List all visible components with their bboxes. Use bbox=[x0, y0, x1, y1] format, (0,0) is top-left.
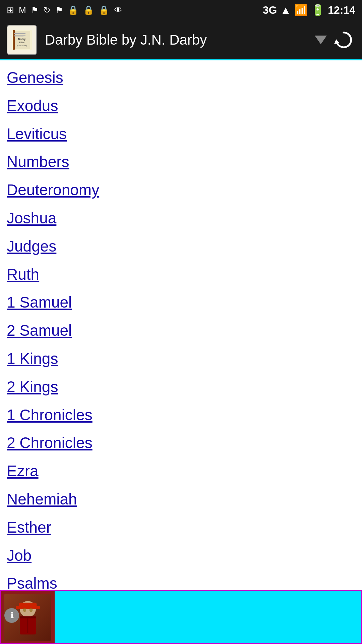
book-link-1-chronicles[interactable]: 1 Chronicles bbox=[7, 401, 355, 429]
eye-icon: 👁 bbox=[114, 5, 123, 15]
svg-text:Darby: Darby bbox=[18, 38, 26, 41]
book-link-1-kings[interactable]: 1 Kings bbox=[7, 345, 355, 373]
status-left-icons: ⊞ M ⚑ ↻ ⚑ 🔒 🔒 🔒 👁 bbox=[7, 5, 123, 15]
book-link-2-kings[interactable]: 2 Kings bbox=[7, 373, 355, 401]
book-link-ruth[interactable]: Ruth bbox=[7, 261, 355, 289]
book-link-exodus[interactable]: Exodus bbox=[7, 92, 355, 120]
book-link-ezra[interactable]: Ezra bbox=[7, 457, 355, 485]
book-list: GenesisExodusLeviticusNumbersDeuteronomy… bbox=[0, 60, 362, 644]
svg-rect-2 bbox=[13, 30, 15, 50]
flag2-icon: ⚑ bbox=[55, 5, 63, 15]
app-title: Darby Bible by J.N. Darby bbox=[45, 32, 315, 48]
flag-icon: ⚑ bbox=[31, 5, 39, 15]
svg-text:Bible: Bible bbox=[19, 41, 24, 44]
svg-rect-13 bbox=[16, 606, 40, 609]
book-link-genesis[interactable]: Genesis bbox=[7, 64, 355, 92]
battery-icon: 🔋 bbox=[311, 4, 324, 16]
signal-icon: ▲ bbox=[280, 4, 291, 16]
wifi-icon: 📶 bbox=[294, 4, 308, 16]
app-bar: Darby Bible by J.N. Darby Darby Bible by… bbox=[0, 20, 362, 60]
book-link-job[interactable]: Job bbox=[7, 542, 355, 570]
tab-icon: ⊞ bbox=[7, 5, 14, 15]
svg-rect-16 bbox=[20, 616, 36, 619]
gmail-icon: M bbox=[19, 5, 26, 15]
svg-text:by J.N. Darby: by J.N. Darby bbox=[17, 45, 27, 47]
refresh-button[interactable] bbox=[332, 28, 355, 52]
book-link-2-chronicles[interactable]: 2 Chronicles bbox=[7, 429, 355, 457]
ad-content bbox=[55, 614, 361, 621]
info-button[interactable]: ℹ bbox=[4, 608, 19, 623]
app-icon: Darby Bible by J.N. Darby bbox=[7, 25, 37, 55]
lock2-icon: 🔒 bbox=[83, 5, 94, 15]
book-link-2-samuel[interactable]: 2 Samuel bbox=[7, 317, 355, 345]
book-link-deuteronomy[interactable]: Deuteronomy bbox=[7, 176, 355, 204]
ad-banner[interactable]: ℹ bbox=[0, 590, 362, 644]
book-link-1-samuel[interactable]: 1 Samuel bbox=[7, 288, 355, 317]
svg-point-15 bbox=[29, 608, 33, 612]
book-link-esther[interactable]: Esther bbox=[7, 514, 355, 542]
svg-rect-7 bbox=[14, 35, 25, 36]
lock1-icon: 🔒 bbox=[68, 5, 78, 15]
book-link-numbers[interactable]: Numbers bbox=[7, 148, 355, 176]
book-link-leviticus[interactable]: Leviticus bbox=[7, 120, 355, 148]
svg-point-14 bbox=[23, 608, 26, 612]
info-icon: ℹ bbox=[10, 611, 13, 620]
svg-marker-9 bbox=[334, 39, 340, 44]
time-display: 12:14 bbox=[328, 4, 355, 16]
scroll-triangle-icon bbox=[315, 36, 327, 44]
refresh-status-icon: ↻ bbox=[43, 5, 51, 15]
status-bar: ⊞ M ⚑ ↻ ⚑ 🔒 🔒 🔒 👁 3G ▲ 📶 🔋 12:14 bbox=[0, 0, 362, 20]
book-link-nehemiah[interactable]: Nehemiah bbox=[7, 485, 355, 514]
status-right-icons: 3G ▲ 📶 🔋 12:14 bbox=[263, 4, 355, 16]
book-link-joshua[interactable]: Joshua bbox=[7, 204, 355, 232]
network-label: 3G bbox=[263, 4, 277, 16]
svg-rect-8 bbox=[14, 37, 23, 37]
svg-rect-6 bbox=[14, 33, 25, 34]
book-link-judges[interactable]: Judges bbox=[7, 232, 355, 261]
lock3-icon: 🔒 bbox=[99, 5, 109, 15]
